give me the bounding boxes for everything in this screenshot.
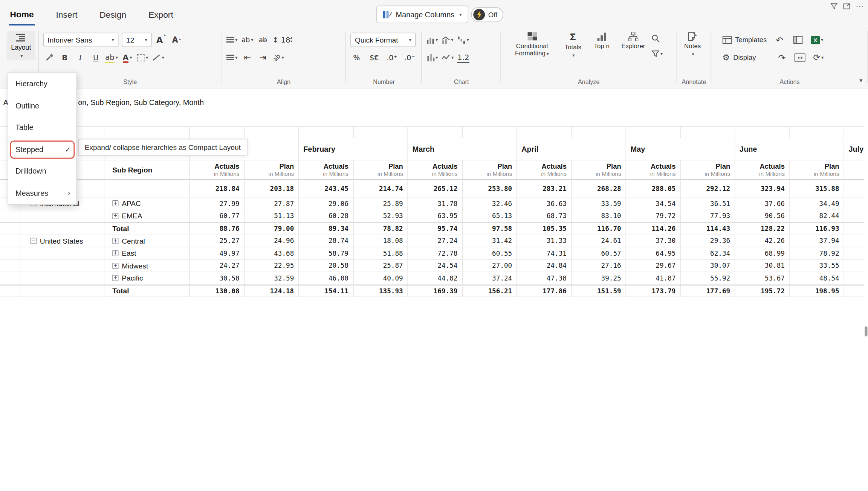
increase-font-button[interactable]: A˄ [155,33,167,47]
value-cell[interactable]: 37.94 [790,235,844,247]
value-cell[interactable]: 83.10 [572,210,626,223]
value-cell[interactable]: 195.72 [735,285,790,297]
quick-format-select[interactable]: Quick Format [350,33,416,47]
value-cell[interactable]: 265.12 [408,180,463,198]
value-cell[interactable]: 27.00 [463,260,517,272]
sparkline-button[interactable] [442,50,454,65]
totals-button[interactable]: Σ Totals [560,31,587,86]
freeze-panes-button[interactable] [792,33,804,47]
chart-column-button[interactable] [426,50,438,65]
value-cell[interactable] [844,247,864,260]
value-cell[interactable]: 22.95 [245,260,299,272]
value-cell[interactable]: 135.93 [353,285,408,297]
row-height-spinner[interactable]: ▴▾ [290,36,292,44]
value-cell[interactable]: 65.13 [463,210,517,223]
chart-combo-button[interactable] [442,33,454,47]
sub-region-cell[interactable]: +EMEA [105,210,190,223]
percent-button[interactable]: % [350,50,362,65]
value-cell[interactable]: 42.26 [735,235,790,247]
value-cell[interactable] [844,260,864,272]
notes-button[interactable]: Notes [679,31,706,58]
menu-item-drilldown[interactable]: Drilldown [8,160,76,182]
value-cell[interactable]: 74.31 [517,247,572,260]
value-cell[interactable]: 89.34 [299,223,353,235]
value-cell[interactable]: 214.74 [353,180,408,198]
vertical-align-button[interactable] [226,50,238,65]
value-cell[interactable]: 30.58 [190,272,245,285]
value-cell[interactable]: 31.33 [517,235,572,247]
decrease-font-button[interactable]: A˅ [171,33,183,47]
value-cell[interactable]: 151.59 [572,285,626,297]
value-cell[interactable]: 24.54 [408,260,463,272]
tab-export[interactable]: Export [147,7,174,24]
value-cell[interactable]: 173.79 [626,285,681,297]
region-cell[interactable] [20,210,105,223]
value-cell[interactable]: 82.44 [790,210,844,223]
value-cell[interactable]: 40.09 [353,272,408,285]
value-cell[interactable]: 283.21 [517,180,572,198]
value-cell[interactable]: 31.42 [463,235,517,247]
value-cell[interactable]: 29.67 [626,260,681,272]
value-cell[interactable]: 97.58 [463,223,517,235]
region-cell[interactable] [20,223,105,235]
region-cell[interactable]: −United States [20,235,105,247]
region-cell[interactable] [20,247,105,260]
increase-indent-button[interactable]: ⇥ [257,50,269,65]
sub-region-cell[interactable]: +Pacific [105,272,190,285]
value-cell[interactable]: 116.70 [572,223,626,235]
value-cell[interactable]: 34.54 [626,198,681,210]
value-cell[interactable]: 36.51 [681,198,735,210]
explorer-button[interactable]: Explorer [617,31,649,86]
tab-insert[interactable]: Insert [55,7,79,24]
value-cell[interactable]: 68.99 [735,247,790,260]
collapse-ribbon-icon[interactable]: ▾ [859,77,862,84]
value-cell[interactable]: 37.24 [463,272,517,285]
expand-icon[interactable]: + [112,250,118,256]
draw-border-button[interactable] [152,50,164,65]
value-cell[interactable]: 60.57 [572,247,626,260]
value-cell[interactable]: 323.94 [735,180,790,198]
value-cell[interactable]: 33.55 [790,260,844,272]
refresh-button[interactable]: ⟳ [812,50,824,65]
value-cell[interactable]: 169.39 [408,285,463,297]
filter-top-icon[interactable] [830,3,837,9]
value-cell[interactable] [844,210,864,223]
vertical-scrollbar-thumb[interactable] [865,326,867,336]
export-excel-button[interactable]: X [811,33,824,47]
menu-item-hierarchy[interactable]: Hierarchy [8,73,76,95]
value-cell[interactable]: 58.79 [299,247,353,260]
power-toggle[interactable]: Off [471,7,503,22]
value-cell[interactable]: 203.18 [245,180,299,198]
value-cell[interactable]: 24.84 [517,260,572,272]
italic-button[interactable]: I [74,50,86,65]
sub-region-cell[interactable]: +Midwest [105,260,190,272]
value-cell[interactable]: 114.43 [681,223,735,235]
value-cell[interactable]: 105.35 [517,223,572,235]
value-cell[interactable]: 37.66 [735,198,790,210]
value-cell[interactable]: 198.95 [790,285,844,297]
decrease-indent-button[interactable]: ⇤ [241,50,254,65]
value-cell[interactable] [844,272,864,285]
decimal-display-button[interactable]: 1.2 [457,52,469,63]
expand-icon[interactable] [843,3,850,9]
value-cell[interactable]: 268.28 [572,180,626,198]
chart-bar-button[interactable] [426,33,438,47]
row-height-control[interactable]: ↕ 18 ▴▾ [272,33,292,47]
expand-icon[interactable]: + [112,200,118,206]
borders-button[interactable] [137,50,149,65]
menu-item-outline[interactable]: Outline [8,95,76,117]
sub-region-cell[interactable] [105,180,190,198]
value-cell[interactable]: 27.16 [572,260,626,272]
templates-button[interactable]: Templates [723,36,767,44]
value-cell[interactable]: 128.22 [735,223,790,235]
value-cell[interactable]: 27.99 [190,198,245,210]
menu-item-measures[interactable]: Measures› [8,182,76,204]
region-cell[interactable] [20,272,105,285]
value-cell[interactable]: 288.05 [626,180,681,198]
value-cell[interactable]: 55.92 [681,272,735,285]
value-cell[interactable]: 49.97 [190,247,245,260]
font-size-select[interactable]: 12 [122,33,151,47]
value-cell[interactable]: 68.73 [517,210,572,223]
display-button[interactable]: ⚙ Display [723,53,756,63]
value-cell[interactable]: 243.45 [299,180,353,198]
